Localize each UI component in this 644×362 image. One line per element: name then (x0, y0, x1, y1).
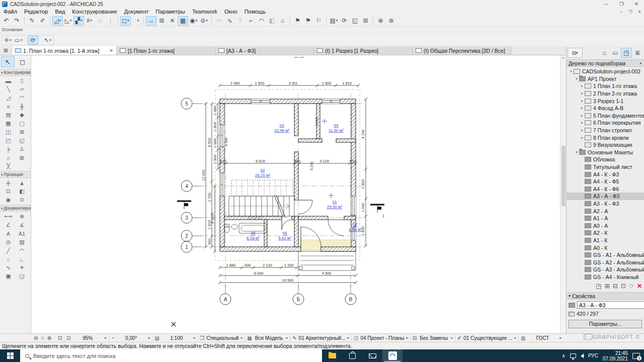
chevron-right-icon[interactable]: ▸ (580, 106, 585, 110)
column-tool[interactable]: ▯ (15, 76, 29, 85)
zone-tool[interactable]: ▢ (15, 119, 29, 128)
coordinates-button[interactable]: ⊞ (156, 16, 167, 26)
snap-points-button[interactable]: ∣ (105, 16, 116, 26)
chevron-right-icon[interactable]: ▸ (580, 84, 585, 88)
layout-name-field[interactable] (577, 301, 644, 309)
snap-grid-button[interactable]: #▾ (84, 16, 95, 26)
menu-конструирование[interactable]: Конструирование (68, 8, 120, 15)
fill-tool[interactable]: ▨ (15, 238, 29, 246)
pick-up-parameters-button[interactable]: ✎ (27, 16, 37, 26)
quick-option-scale[interactable]: ▤1:100▸ (152, 334, 197, 342)
tree-item[interactable]: А2 - К (567, 229, 644, 237)
menu-параметры[interactable]: Параметры (152, 8, 189, 15)
chevron-down-icon[interactable]: ▾ (574, 77, 579, 81)
trim-button[interactable]: ⊤ (235, 16, 246, 26)
menu-файл[interactable]: Файл (0, 8, 21, 15)
doc-minimize-button[interactable]: ─ (617, 10, 626, 14)
tree-item[interactable]: А3 - К - Ф3 (567, 200, 644, 208)
chevron-right-icon[interactable]: ▸ (580, 99, 585, 103)
orbit-button[interactable]: ⟳ (28, 35, 38, 45)
close-button[interactable]: ✕ (629, 0, 644, 8)
chevron-right-icon[interactable]: ▸ (580, 121, 585, 125)
tree-item[interactable]: А0 - К (567, 244, 644, 251)
tree-item[interactable]: ▸8 План кровли (567, 134, 644, 141)
tree-item[interactable]: ▾АР1 Проект (567, 75, 644, 83)
marquee-tool[interactable]: ◻ (16, 56, 29, 67)
tree-item[interactable]: А0 - А (567, 222, 644, 229)
chevron-down-icon[interactable]: ▾ (569, 69, 574, 73)
tab-1[interactable]: 1. План 1-го этажа [1. 1-й этаж]✕ (12, 46, 117, 55)
shell-tool[interactable]: ◠ (15, 94, 29, 102)
radial-dimension-tool[interactable]: ∠ (2, 221, 15, 229)
notification-icon[interactable]: 1 (632, 353, 640, 359)
menu-помощь[interactable]: Помощь (241, 8, 270, 15)
zoom-prev-icon[interactable]: ⊘ (40, 335, 45, 341)
tree-item[interactable]: ▸7 План стропил (567, 127, 644, 134)
skylight-tool[interactable]: ◱ (15, 136, 29, 145)
tree-item[interactable]: ▸4 Фасад А-В (567, 105, 644, 112)
curtain-wall-tool[interactable]: ▤ (2, 111, 15, 119)
tree-item[interactable]: ▸5 План фундаментов (567, 112, 644, 120)
stair-tool[interactable]: ≡ (2, 102, 15, 111)
tab-overview-button[interactable]: ⊞ (0, 46, 12, 55)
tree-item[interactable]: А1 - К (567, 237, 644, 244)
tree-item[interactable]: ▸3 Разрез 1-1 (567, 97, 644, 105)
intersect-button[interactable]: ⌐ (246, 16, 256, 26)
menu-редактор[interactable]: Редактор (21, 8, 51, 15)
new-layout-icon[interactable]: ◳ (596, 283, 601, 290)
update-icon[interactable]: ⟳ (629, 283, 634, 290)
network-icon[interactable] (570, 353, 576, 358)
toolbox-section-header[interactable]: ▾Документирование (0, 205, 31, 212)
adjust-button[interactable]: ∿ (224, 16, 235, 26)
menu-teamwork[interactable]: Teamwork (189, 8, 221, 15)
doc-restore-button[interactable]: ❒ (626, 10, 635, 14)
tray-chevron-icon[interactable]: ∧ (562, 353, 566, 358)
quick-option-layer-combo[interactable]: ◳04 Проект - Планы▸ (351, 334, 410, 342)
flag-publish-button[interactable]: ⚐ (313, 16, 324, 26)
chevron-right-icon[interactable]: ▸ (580, 114, 585, 118)
delete-icon[interactable]: ✕ (637, 283, 642, 290)
section-tool[interactable]: ╪ (2, 178, 15, 187)
menu-окно[interactable]: Окно (221, 8, 241, 15)
toolbox-section-header[interactable]: ▾Проекция (0, 171, 31, 178)
quick-option-dim-standard[interactable]: ▥ГОСТ▸ (518, 334, 564, 342)
chevron-right-icon[interactable]: ▸ (580, 128, 585, 132)
restore-button[interactable]: ❒ (614, 0, 629, 8)
inject-parameters-button[interactable]: ✐ (37, 16, 48, 26)
quick-option-model-filter[interactable]: ▦Вся Модель▸ (245, 334, 290, 342)
hotspot-tool[interactable]: ✶ (15, 263, 29, 272)
figure-tool[interactable]: ▣ (2, 272, 15, 281)
drawing-tool[interactable]: ◲ (15, 272, 29, 281)
chevron-down-icon[interactable]: ▾ (574, 150, 579, 154)
publisher-icon[interactable]: ≣ (632, 48, 643, 58)
zoom-out-icon[interactable]: ⊖ (34, 335, 38, 341)
tree-item[interactable]: А3 - А - Ф3 (567, 193, 644, 200)
navigator-popup-button[interactable]: ⊟ ▸ (568, 48, 583, 58)
quick-option-overrides[interactable]: ⊟Без Замены▸ (410, 334, 455, 342)
tree-item[interactable]: А4 - К - Ф3 (567, 170, 644, 178)
selection-lock-button[interactable]: ◌▾ (131, 16, 141, 26)
camera-tool[interactable]: ⊙ (15, 196, 29, 204)
zone-stamp-tool[interactable]: ◎ (2, 238, 15, 246)
tab-4[interactable]: (I) 1 Разрез [1 Разрез] (314, 46, 413, 55)
label-tool[interactable]: A1 (15, 229, 29, 238)
update-view-button[interactable]: ⟳ (339, 16, 350, 26)
zoom-fit-icon[interactable]: ⊡ (58, 335, 62, 341)
drawing-canvas[interactable]: 12 4601 5003 9111 5001 8105105 6203804 1… (31, 55, 560, 333)
interior-elevation-tool[interactable]: ⊡ (2, 187, 15, 196)
slab-tool[interactable]: ▱ (15, 85, 29, 94)
tracker-button[interactable]: ✛▾ (3, 35, 13, 45)
chevron-right-icon[interactable]: ▸ (580, 136, 585, 140)
window-tool[interactable]: ⊞ (15, 128, 29, 136)
taskbar-mail[interactable] (362, 349, 382, 362)
tree-item[interactable]: ▾Основные Макеты (567, 149, 644, 156)
shapes-button[interactable]: ◉▾ (188, 16, 199, 26)
tree-item[interactable]: 9 Визуализация (567, 141, 644, 149)
tree-item[interactable]: А4 - К - Ф5 (567, 178, 644, 186)
tree-item[interactable]: ▸6 План перекрытия (567, 119, 644, 127)
layout-book-icon[interactable]: ◳ (621, 48, 632, 58)
taskbar-store[interactable] (342, 349, 362, 362)
taskbar-explorer[interactable] (322, 349, 342, 362)
door-tool[interactable]: ◫ (2, 128, 15, 136)
flag-capture-button[interactable]: ⚑ (303, 16, 313, 26)
